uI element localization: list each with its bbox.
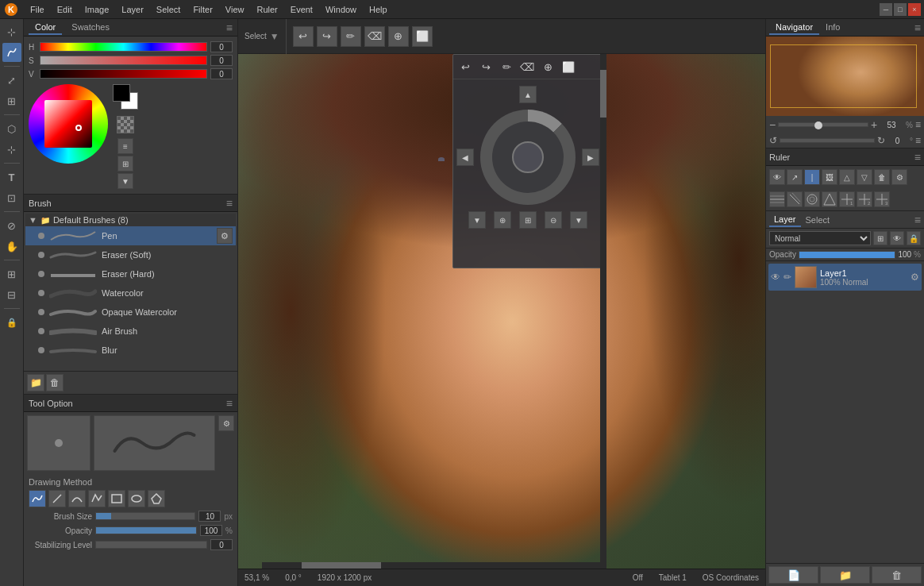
- brush-item-eraser-hard[interactable]: Eraser (Hard): [25, 264, 236, 283]
- method-freehand[interactable]: [29, 490, 46, 507]
- ruler-pattern-3[interactable]: [804, 191, 820, 207]
- transform-tool-btn[interactable]: ⤢: [2, 71, 21, 90]
- method-curve[interactable]: [68, 490, 86, 507]
- brush-size-slider[interactable]: [95, 512, 195, 520]
- popup-bottom-arrow[interactable]: ▼: [570, 211, 587, 229]
- opacity-value[interactable]: 100: [200, 525, 222, 536]
- color-options-btn[interactable]: ▼: [117, 173, 133, 189]
- popup-brush[interactable]: ✏: [498, 58, 515, 75]
- ruler-delete-btn[interactable]: 🗑: [874, 169, 890, 185]
- brush-item-airbrush[interactable]: Air Brush: [25, 322, 236, 341]
- brush-option-gear[interactable]: ⚙: [218, 415, 234, 431]
- menu-help[interactable]: Help: [363, 3, 394, 16]
- method-multipoint[interactable]: [88, 490, 106, 507]
- ruler-triangle2-btn[interactable]: ▽: [857, 169, 872, 185]
- status-coordinates[interactable]: OS Coordinates: [703, 573, 759, 582]
- layer-group-btn[interactable]: 📁: [820, 566, 870, 584]
- color-settings-btn[interactable]: ≡: [117, 138, 133, 154]
- close-button[interactable]: ×: [908, 3, 921, 16]
- navigator-menu[interactable]: ≡: [914, 21, 921, 34]
- brush-size-value[interactable]: 10: [198, 511, 221, 522]
- popup-down-arrow[interactable]: ▼: [468, 211, 486, 229]
- status-tablet[interactable]: Tablet 1: [659, 573, 687, 582]
- method-polygon[interactable]: [148, 490, 165, 507]
- color-picker-btn[interactable]: ⊘: [2, 216, 21, 235]
- multibrush-tool-btn[interactable]: ⊹: [2, 140, 21, 159]
- menu-view[interactable]: View: [219, 3, 251, 16]
- hue-value[interactable]: 0: [210, 41, 233, 52]
- brush-item-watercolor[interactable]: Watercolor: [25, 283, 236, 303]
- hue-slider[interactable]: [40, 42, 207, 52]
- selection-tool-btn[interactable]: ⊞: [2, 91, 21, 110]
- lock-alpha-btn[interactable]: 🔒: [2, 313, 21, 332]
- nav-rotate-cw[interactable]: ↻: [877, 135, 885, 146]
- layer-visibility-btn[interactable]: 👁: [890, 231, 904, 245]
- brush-panel-menu[interactable]: ≡: [226, 197, 233, 210]
- zoom-wrap-btn[interactable]: ⊞: [2, 264, 21, 283]
- ruler-pattern-4[interactable]: [822, 191, 837, 207]
- val-slider[interactable]: [40, 69, 207, 79]
- tab-swatches[interactable]: Swatches: [65, 21, 116, 35]
- method-ellipse[interactable]: [128, 490, 145, 507]
- ruler-eye-btn[interactable]: 👁: [769, 169, 785, 185]
- menu-select[interactable]: Select: [150, 3, 187, 16]
- brush-item-eraser-soft[interactable]: Eraser (Soft): [25, 245, 236, 264]
- freehand-tool-btn[interactable]: [2, 43, 21, 62]
- ruler-pattern-6[interactable]: 2: [857, 191, 872, 207]
- ruler-pattern-5[interactable]: 1: [839, 191, 855, 207]
- maximize-button[interactable]: □: [894, 3, 907, 16]
- color-panel-menu[interactable]: ≡: [226, 21, 233, 34]
- val-value[interactable]: 0: [210, 68, 233, 79]
- horizontal-scrollbar[interactable]: [262, 562, 600, 569]
- vertical-scrollbar[interactable]: [600, 54, 606, 569]
- layer-panel-menu[interactable]: ≡: [914, 214, 921, 226]
- sat-slider[interactable]: [40, 56, 207, 65]
- tab-layer[interactable]: Layer: [769, 213, 801, 227]
- brush-settings-btn[interactable]: ✏: [341, 26, 361, 47]
- menu-layer[interactable]: Layer: [115, 3, 150, 16]
- popup-right-arrow[interactable]: ▶: [582, 148, 599, 166]
- popup-left-arrow[interactable]: ◀: [456, 148, 474, 166]
- nav-rotate-ccw[interactable]: ↺: [769, 135, 777, 146]
- brush-item-opaque-watercolor[interactable]: Opaque Watercolor: [25, 303, 236, 322]
- menu-file[interactable]: File: [24, 3, 51, 16]
- sat-value[interactable]: 0: [210, 55, 233, 66]
- nav-rotate-slider[interactable]: [780, 138, 875, 143]
- fg-bg-colors[interactable]: [113, 84, 138, 110]
- ruler-menu[interactable]: ≡: [914, 151, 921, 164]
- vertical-scroll-thumb[interactable]: [600, 70, 606, 118]
- layer-settings-gear[interactable]: ⚙: [911, 272, 919, 283]
- nav-zoom-menu[interactable]: ≡: [915, 119, 921, 130]
- ruler-pattern-1[interactable]: [769, 191, 785, 207]
- popup-magnet[interactable]: ⊕: [539, 58, 556, 75]
- menu-filter[interactable]: Filter: [187, 3, 218, 16]
- color-add-btn[interactable]: ⊞: [117, 156, 133, 172]
- nav-zoom-out-btn[interactable]: −: [769, 118, 776, 131]
- brush-item-blur[interactable]: Blur: [25, 341, 236, 360]
- crop-tool-btn[interactable]: ⊡: [2, 188, 21, 207]
- popup-layer-btn[interactable]: ⊞: [519, 211, 537, 229]
- menu-ruler[interactable]: Ruler: [251, 3, 284, 16]
- method-rectangle[interactable]: [108, 490, 125, 507]
- popup-clear[interactable]: ⌫: [518, 58, 536, 75]
- color-wheel-dot[interactable]: [75, 125, 82, 131]
- ruler-triangle-btn[interactable]: △: [839, 169, 855, 185]
- brush-item-pen[interactable]: Pen ⚙: [25, 226, 236, 245]
- popup-zoom-in[interactable]: ⊕: [494, 211, 511, 229]
- ruler-pattern-7[interactable]: 3: [874, 191, 890, 207]
- ruler-img-btn[interactable]: 🖼: [822, 169, 837, 185]
- stabilize-slider[interactable]: [95, 541, 207, 549]
- tab-navigator[interactable]: Navigator: [769, 21, 819, 35]
- menu-event[interactable]: Event: [284, 3, 319, 16]
- navigator-thumb[interactable]: [766, 37, 924, 116]
- layer-item-1[interactable]: 👁 ✏ Layer1 100% Normal ⚙: [768, 264, 922, 291]
- popup-up-arrow[interactable]: ▲: [519, 86, 537, 103]
- brush-group-header[interactable]: ▼ 📁 Default Brushes (8): [25, 214, 236, 226]
- layer-delete-btn[interactable]: 🗑: [872, 566, 922, 584]
- layer-lock-btn[interactable]: 🔒: [907, 231, 921, 245]
- brush-size-ring[interactable]: [480, 110, 576, 205]
- ruler-settings-btn[interactable]: ⚙: [891, 169, 907, 185]
- layer-copy-btn[interactable]: ⊞: [873, 231, 887, 245]
- minimize-button[interactable]: ─: [880, 3, 892, 16]
- layer-opacity-bar[interactable]: [799, 251, 896, 259]
